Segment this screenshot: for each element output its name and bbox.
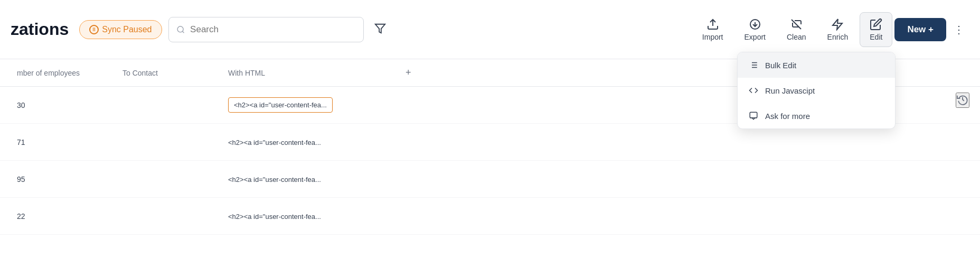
clean-button[interactable]: Clean [777,13,816,47]
cell-html: <h2><a id="user-content-fea... [222,212,401,221]
table-row: 95 <h2><a id="user-content-fea... [0,161,980,198]
dropdown-item-bulk-edit[interactable]: Bulk Edit [738,52,895,78]
history-button[interactable] [956,93,969,108]
enrich-label: Enrich [827,33,849,41]
dropdown-item-ask-more[interactable]: Ask for more [738,103,895,129]
clean-label: Clean [787,33,806,41]
column-header-contact: To Contact [116,69,222,77]
toolbar: zations Sync Paused Import [0,0,980,59]
history-icon [957,94,968,105]
filter-button[interactable] [370,19,390,40]
cell-employees: 30 [11,101,116,109]
cell-employees: 71 [11,138,116,146]
edit-button[interactable]: Edit [860,12,892,47]
column-header-html: With HTML [222,69,401,77]
pause-icon [89,25,99,34]
import-button[interactable]: Import [693,13,733,47]
sync-paused-badge[interactable]: Sync Paused [79,20,162,39]
search-bar [168,17,364,42]
search-icon [176,25,185,34]
cell-employees: 95 [11,175,116,184]
sync-paused-label: Sync Paused [102,25,152,34]
cell-html[interactable]: <h2><a id="user-content-fea... [222,97,401,113]
svg-point-0 [177,26,183,32]
html-value[interactable]: <h2><a id="user-content-fea... [228,97,333,113]
edit-icon [870,18,882,31]
filter-icon [374,23,386,34]
clean-icon [790,18,803,31]
code-icon [748,85,759,96]
table-row: 71 <h2><a id="user-content-fea... [0,124,980,161]
svg-line-1 [182,31,184,33]
message-icon [748,111,759,121]
html-value: <h2><a id="user-content-fea... [228,139,321,146]
cell-html: <h2><a id="user-content-fea... [222,175,401,184]
column-header-employees: mber of employees [11,69,116,77]
html-value: <h2><a id="user-content-fea... [228,176,321,184]
search-input[interactable] [190,24,355,35]
export-button[interactable]: Export [735,13,775,47]
page-title: zations [11,20,69,39]
ask-more-label: Ask for more [765,112,810,121]
edit-label: Edit [870,33,882,41]
add-column-button[interactable]: + [401,65,416,80]
import-label: Import [702,33,723,41]
table-row: 22 <h2><a id="user-content-fea... [0,198,980,235]
enrich-button[interactable]: Enrich [818,13,858,47]
import-icon [706,18,719,31]
run-javascript-label: Run Javascipt [765,86,815,95]
cell-employees: 22 [11,212,116,221]
dropdown-item-run-javascript[interactable]: Run Javascipt [738,78,895,103]
enrich-icon [831,18,844,31]
svg-rect-12 [750,112,757,118]
toolbar-actions: Import Export Clean Enrich [693,12,969,47]
new-button[interactable]: New + [894,18,946,41]
bulk-edit-icon [748,60,759,70]
export-icon [749,18,761,31]
export-label: Export [745,33,766,41]
edit-dropdown-menu: Bulk Edit Run Javascipt Ask for more [737,52,896,129]
new-label: New + [907,24,934,35]
svg-marker-2 [375,24,384,33]
more-options-button[interactable]: ⋮ [948,19,969,40]
html-value: <h2><a id="user-content-fea... [228,213,321,221]
bulk-edit-label: Bulk Edit [765,61,796,70]
cell-html: <h2><a id="user-content-fea... [222,138,401,146]
